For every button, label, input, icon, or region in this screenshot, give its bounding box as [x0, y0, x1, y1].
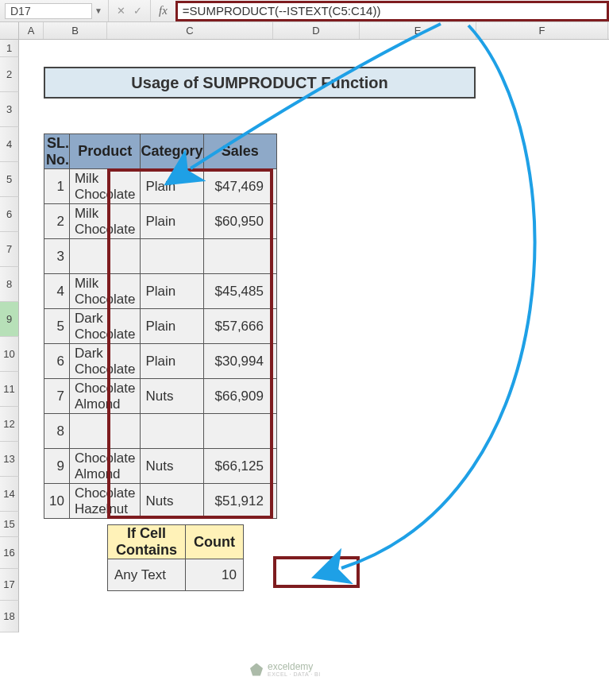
row-header-15[interactable]: 15 — [0, 512, 19, 537]
sales-amount: 30,994 — [222, 354, 264, 369]
table-row: 9Chocolate AlmondNuts$66,125 — [44, 449, 277, 484]
cell-sl[interactable]: 9 — [44, 449, 70, 484]
cell-sales[interactable]: $51,912 — [203, 484, 276, 519]
sales-amount: 57,666 — [222, 319, 264, 335]
cell-product[interactable]: Chocolate Almond — [69, 379, 141, 414]
row-header-5[interactable]: 5 — [0, 162, 19, 197]
col-header-A[interactable]: A — [19, 22, 44, 39]
enter-icon[interactable]: ✓ — [133, 5, 142, 17]
cell-category[interactable]: Plain — [141, 169, 203, 204]
sales-amount: 60,950 — [222, 214, 264, 230]
cell-product[interactable]: Dark Chocolate — [69, 344, 141, 379]
row-header-6[interactable]: 6 — [0, 197, 19, 232]
col-header-C[interactable]: C — [107, 22, 273, 39]
cell-category[interactable] — [141, 414, 203, 449]
highlight-count-cell — [273, 556, 360, 588]
currency-symbol: $ — [215, 493, 222, 509]
row-header-14[interactable]: 14 — [0, 477, 19, 512]
col-header-B[interactable]: B — [44, 22, 107, 39]
cell-product[interactable]: Milk Chocolate — [69, 204, 141, 239]
cell-sl[interactable]: 3 — [44, 239, 70, 274]
th-sales: Sales — [203, 134, 276, 169]
cell-sl[interactable]: 1 — [44, 169, 70, 204]
row-header-12[interactable]: 12 — [0, 407, 19, 442]
name-box-dropdown-icon[interactable]: ▼ — [92, 6, 105, 15]
cell-product[interactable]: Dark Chocolate — [69, 309, 141, 344]
cell-sl[interactable]: 6 — [44, 344, 70, 379]
cell-sales[interactable]: $30,994 — [203, 344, 276, 379]
row-header-18[interactable]: 18 — [0, 601, 19, 632]
col-header-F[interactable]: F — [476, 22, 608, 39]
cell-category[interactable]: Nuts — [141, 449, 203, 484]
cell-product[interactable]: Chocolate Almond — [69, 449, 141, 484]
row-header-8[interactable]: 8 — [0, 267, 19, 302]
cell-category[interactable] — [141, 239, 203, 274]
cell-sl[interactable]: 2 — [44, 204, 70, 239]
cell-sales[interactable]: $66,909 — [203, 379, 276, 414]
row-header-13[interactable]: 13 — [0, 442, 19, 477]
currency-symbol: $ — [215, 179, 222, 195]
sales-amount: 66,909 — [222, 389, 264, 404]
sales-amount: 45,485 — [222, 284, 264, 300]
cell-sales[interactable]: $60,950 — [203, 204, 276, 239]
watermark: exceldemy EXCEL · DATA · BI — [250, 662, 321, 677]
watermark-sub: EXCEL · DATA · BI — [268, 671, 321, 677]
cell-category[interactable]: Plain — [141, 204, 203, 239]
cell-sales[interactable]: $66,125 — [203, 449, 276, 484]
cell-category[interactable]: Plain — [141, 309, 203, 344]
page-title: Usage of SUMPRODUCT Function — [44, 67, 476, 99]
table-row: 7Chocolate AlmondNuts$66,909 — [44, 379, 277, 414]
row-header-2[interactable]: 2 — [0, 57, 19, 92]
watermark-name: exceldemy — [268, 662, 321, 671]
cell-category[interactable]: Nuts — [141, 484, 203, 519]
row-header-7[interactable]: 7 — [0, 232, 19, 267]
sales-amount: 47,469 — [222, 179, 264, 195]
cancel-icon[interactable]: ✕ — [117, 5, 125, 17]
currency-symbol: $ — [215, 389, 222, 404]
col-header-E[interactable]: E — [360, 22, 476, 39]
cell-sl[interactable]: 5 — [44, 309, 70, 344]
formula-input[interactable]: =SUMPRODUCT(--ISTEXT(C5:C14)) — [175, 1, 609, 21]
row-header-10[interactable]: 10 — [0, 337, 19, 372]
name-box[interactable]: D17 — [5, 3, 92, 19]
cell-category[interactable]: Nuts — [141, 379, 203, 414]
count-label-cell[interactable]: Any Text — [108, 559, 186, 591]
row-header-11[interactable]: 11 — [0, 372, 19, 407]
th-category: Category — [141, 134, 203, 169]
count-value-cell[interactable]: 10 — [186, 559, 244, 591]
row-header-1[interactable]: 1 — [0, 40, 19, 57]
currency-symbol: $ — [215, 319, 222, 335]
row-header-16[interactable]: 16 — [0, 537, 19, 569]
cell-product[interactable]: Chocolate Hazelnut — [69, 484, 141, 519]
fx-icon[interactable]: fx — [151, 4, 175, 17]
cell-category[interactable]: Plain — [141, 344, 203, 379]
cell-sl[interactable]: 4 — [44, 274, 70, 309]
cell-sales[interactable]: $45,485 — [203, 274, 276, 309]
cell-product[interactable]: Milk Chocolate — [69, 169, 141, 204]
table-row: 5Dark ChocolatePlain$57,666 — [44, 309, 277, 344]
cell-product[interactable] — [69, 239, 141, 274]
cell-sl[interactable]: 8 — [44, 414, 70, 449]
cell-sales[interactable] — [203, 239, 276, 274]
cell-category[interactable]: Plain — [141, 274, 203, 309]
table-row: 4Milk ChocolatePlain$45,485 — [44, 274, 277, 309]
col-header-D[interactable]: D — [273, 22, 360, 39]
cell-sales[interactable] — [203, 414, 276, 449]
data-table: SL. No. Product Category Sales 1Milk Cho… — [44, 133, 277, 519]
formula-bar-buttons: ✕ ✓ — [109, 0, 151, 21]
row-header-9[interactable]: 9 — [0, 302, 19, 337]
th-count: Count — [186, 525, 244, 559]
select-all-corner[interactable] — [0, 22, 19, 39]
formula-bar: D17 ▼ ✕ ✓ fx =SUMPRODUCT(--ISTEXT(C5:C14… — [0, 0, 609, 22]
cell-product[interactable]: Milk Chocolate — [69, 274, 141, 309]
cell-product[interactable] — [69, 414, 141, 449]
cell-sales[interactable]: $47,469 — [203, 169, 276, 204]
sales-amount: 66,125 — [222, 458, 264, 474]
cell-sales[interactable]: $57,666 — [203, 309, 276, 344]
row-header-17[interactable]: 17 — [0, 569, 19, 601]
cell-sl[interactable]: 10 — [44, 484, 70, 519]
th-if-cell-contains: If Cell Contains — [108, 525, 186, 559]
row-header-4[interactable]: 4 — [0, 127, 19, 162]
row-header-3[interactable]: 3 — [0, 92, 19, 127]
cell-sl[interactable]: 7 — [44, 379, 70, 414]
